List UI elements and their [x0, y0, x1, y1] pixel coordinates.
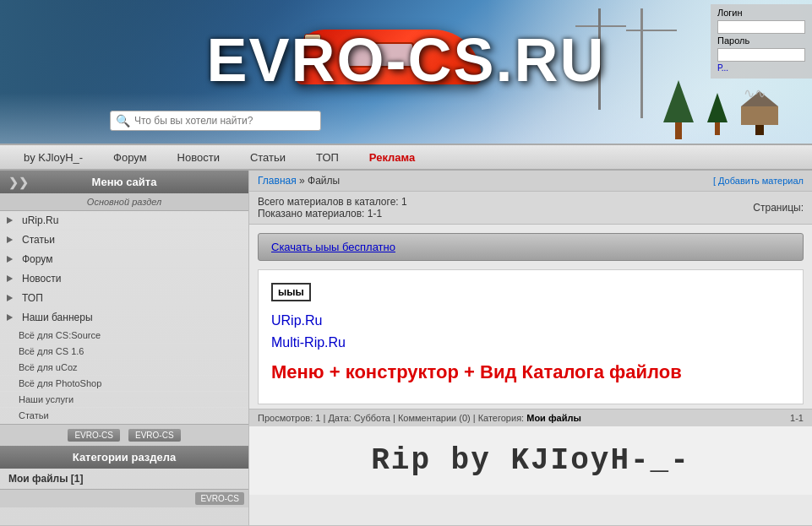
- footer-stats-info: Просмотров: 1 | Дата: Суббота | Коммента…: [258, 413, 524, 423]
- sidebar-item-banners-label: Наши баннеры: [22, 312, 93, 323]
- navbar: by KJloyH_- Форум Новости Статьи ТОП Рек…: [0, 144, 812, 171]
- sidebar-sub-cs16[interactable]: Всё для CS 1.6: [0, 344, 248, 360]
- login-label: Логин: [717, 8, 805, 18]
- search-input[interactable]: [134, 115, 312, 127]
- stats-info: Всего материалов в каталоге: 1 Показано …: [258, 196, 407, 220]
- nav-item-ads[interactable]: Реклама: [354, 147, 430, 168]
- arrow-icon: [7, 217, 17, 224]
- sidebar-sub-articles[interactable]: Статьи: [0, 408, 248, 424]
- header: ∿∿ EVRO-CS.RU 🔍 Логин Пароль Р...: [0, 0, 812, 144]
- file-link-multirip[interactable]: Multi-Rip.Ru: [271, 332, 790, 354]
- sidebar: Меню сайта Основной раздел uRip.Ru Стать…: [0, 171, 249, 525]
- sidebar-item-articles[interactable]: Статьи: [0, 230, 248, 250]
- footer-stats-text: Просмотров: 1 | Дата: Суббота | Коммента…: [258, 413, 581, 423]
- breadcrumb: Главная » Файлы [ Добавить материал: [249, 171, 812, 192]
- file-menu-text: Меню + конструктор + Вид Каталога файлов: [271, 361, 790, 383]
- sidebar-item-banners[interactable]: Наши баннеры: [0, 308, 248, 328]
- nav-item-articles[interactable]: Статьи: [235, 147, 301, 168]
- nav-item-forum[interactable]: Форум: [98, 147, 162, 168]
- arrow-icon: [7, 256, 17, 263]
- sidebar-item-articles-label: Статьи: [22, 234, 55, 246]
- sidebar-section-label: Основной раздел: [0, 193, 248, 211]
- wire-2: [626, 30, 677, 31]
- file-tag: ыыы: [271, 283, 311, 301]
- arrow-icon: [7, 314, 17, 321]
- tree-right-1: [707, 93, 728, 135]
- pages-info: Страницы:: [753, 202, 804, 214]
- sidebar-sub-ucoz[interactable]: Всё для uCoz: [0, 360, 248, 376]
- sidebar-item-top[interactable]: ТОП: [0, 289, 248, 308]
- sidebar-cat-footer-btn[interactable]: EVRO-CS: [195, 492, 244, 505]
- file-links: URip.Ru Multi-Rip.Ru: [271, 310, 790, 353]
- file-link-urip[interactable]: URip.Ru: [271, 310, 790, 332]
- sidebar-item-urip[interactable]: uRip.Ru: [0, 211, 248, 230]
- content-stats: Всего материалов в каталоге: 1 Показано …: [249, 192, 812, 225]
- login-area: Логин Пароль Р...: [711, 4, 812, 79]
- search-icon: 🔍: [116, 114, 130, 127]
- sidebar-footer: EVRO-CS EVRO-CS: [0, 424, 248, 446]
- breadcrumb-separator: »: [297, 175, 308, 187]
- sidebar-item-urip-label: uRip.Ru: [22, 214, 58, 226]
- register-link[interactable]: Р...: [717, 63, 805, 73]
- breadcrumb-current: Файлы: [308, 175, 340, 187]
- pagination-range: 1-1: [790, 413, 804, 423]
- nav-item-top[interactable]: ТОП: [301, 147, 354, 168]
- rip-text: Rip by KJIoyH-_-: [371, 443, 690, 478]
- arrow-icon: [7, 236, 17, 243]
- arrow-icon: [7, 295, 17, 301]
- password-label: Пароль: [717, 35, 805, 46]
- sidebar-menu-header: Меню сайта: [0, 171, 248, 193]
- breadcrumb-path: Главная » Файлы: [258, 175, 340, 187]
- breadcrumb-home[interactable]: Главная: [258, 175, 297, 187]
- content-area: Главная » Файлы [ Добавить материал Всег…: [249, 171, 812, 525]
- file-item: ыыы URip.Ru Multi-Rip.Ru Меню + конструк…: [258, 269, 804, 404]
- nav-item-by[interactable]: by KJloyH_-: [8, 147, 98, 168]
- arrow-icon: [7, 275, 17, 282]
- sidebar-sub-photoshop[interactable]: Всё для PhotoShop: [0, 376, 248, 392]
- search-bar[interactable]: 🔍: [110, 111, 321, 131]
- content-footer-stats: Просмотров: 1 | Дата: Суббота | Коммента…: [249, 409, 812, 426]
- login-input[interactable]: [717, 20, 805, 34]
- sidebar-item-forum-label: Форум: [22, 253, 52, 265]
- sidebar-categories-footer: EVRO-CS: [0, 489, 248, 507]
- add-material-link[interactable]: [ Добавить материал: [713, 176, 804, 186]
- stats-total: Всего материалов в каталоге: 1: [258, 196, 407, 208]
- rip-footer: Rip by KJIoyH-_-: [249, 426, 812, 495]
- site-title: EVRO-CS.RU: [206, 25, 605, 95]
- smoke: ∿∿: [744, 85, 766, 101]
- pylon-1: [640, 8, 643, 118]
- pages-label: Страницы:: [753, 202, 804, 214]
- sidebar-footer-btn-2[interactable]: EVRO-CS: [128, 429, 181, 442]
- footer-category: Мои файлы: [526, 413, 581, 423]
- sidebar-footer-btn-1[interactable]: EVRO-CS: [68, 429, 120, 442]
- sidebar-sub-services[interactable]: Наши услуги: [0, 392, 248, 408]
- sidebar-item-top-label: ТОП: [22, 292, 43, 304]
- stats-shown: Показано материалов: 1-1: [258, 208, 407, 220]
- sidebar-item-news[interactable]: Новости: [0, 269, 248, 289]
- sidebar-categories-header: Категории раздела: [0, 446, 248, 469]
- sidebar-item-news-label: Новости: [22, 273, 61, 285]
- sidebar-item-forum[interactable]: Форум: [0, 250, 248, 269]
- tree-right-2: [663, 80, 694, 139]
- sidebar-sub-cs-source[interactable]: Всё для CS:Source: [0, 328, 248, 344]
- nav-item-news[interactable]: Новости: [162, 147, 235, 168]
- sidebar-categories-myfiles[interactable]: Мои файлы [1]: [0, 469, 248, 489]
- password-input[interactable]: [717, 48, 805, 62]
- main-layout: Меню сайта Основной раздел uRip.Ru Стать…: [0, 171, 812, 525]
- download-button[interactable]: Скачать ыыы бесплатно: [258, 233, 804, 261]
